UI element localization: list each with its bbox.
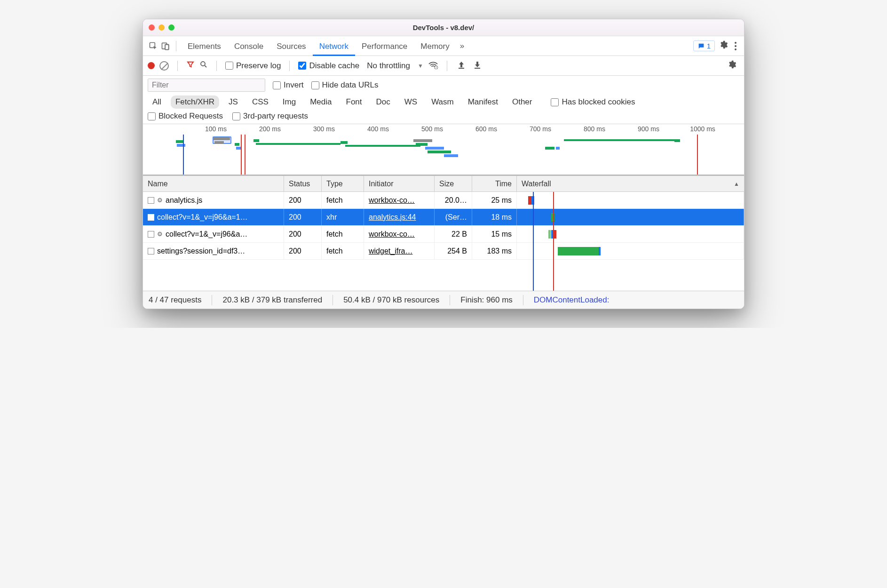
throttling-select[interactable]: No throttling: [364, 61, 413, 71]
third-party-checkbox[interactable]: 3rd-party requests: [232, 111, 308, 121]
status-resources: 50.4 kB / 970 kB resources: [343, 295, 439, 305]
cell-initiator[interactable]: workbox-co…: [364, 192, 435, 208]
hide-data-urls-checkbox[interactable]: Hide data URLs: [311, 80, 379, 90]
overview-tick: 900 ms: [638, 125, 659, 133]
device-toggle-icon[interactable]: [160, 40, 171, 52]
tab-network[interactable]: Network: [313, 38, 355, 56]
download-har-icon[interactable]: [472, 61, 483, 71]
cell-size: 22 B: [435, 226, 472, 242]
table-row[interactable]: settings?session_id=df3…200fetchwidget_i…: [143, 243, 744, 260]
column-type[interactable]: Type: [322, 176, 364, 191]
has-blocked-cookies-checkbox[interactable]: Has blocked cookies: [551, 97, 635, 107]
cell-waterfall: [517, 226, 744, 242]
type-filter-chips: AllFetch/XHRJSCSSImgMediaFontDocWSWasmMa…: [148, 95, 739, 109]
settings-icon[interactable]: [716, 40, 731, 52]
sort-asc-icon: ▲: [734, 181, 739, 187]
chip-fetchxhr[interactable]: Fetch/XHR: [171, 95, 219, 109]
chip-img[interactable]: Img: [278, 95, 301, 109]
network-conditions-icon[interactable]: [428, 61, 438, 71]
overview-tick: 600 ms: [475, 125, 497, 133]
tab-performance[interactable]: Performance: [355, 38, 414, 54]
main-tabs: ElementsConsoleSourcesNetworkPerformance…: [143, 36, 744, 56]
gear-icon: ⚙: [157, 230, 163, 238]
devtools-window: DevTools - v8.dev/ ElementsConsoleSource…: [143, 19, 744, 309]
chip-css[interactable]: CSS: [247, 95, 273, 109]
upload-har-icon[interactable]: [456, 61, 467, 71]
disable-cache-checkbox[interactable]: Disable cache: [298, 61, 359, 71]
disable-cache-input[interactable]: [298, 62, 306, 70]
cell-time: 183 ms: [472, 243, 517, 259]
record-button[interactable]: [148, 62, 155, 69]
row-checkbox[interactable]: [148, 231, 154, 238]
table-row[interactable]: ⚙collect?v=1&_v=j96&a…200fetchworkbox-co…: [143, 226, 744, 243]
cell-time: 25 ms: [472, 192, 517, 208]
zoom-icon[interactable]: [168, 24, 174, 31]
tab-elements[interactable]: Elements: [181, 38, 228, 54]
chip-other[interactable]: Other: [507, 95, 537, 109]
column-waterfall[interactable]: Waterfall▲: [517, 176, 744, 191]
filter-icon[interactable]: [186, 60, 195, 71]
close-icon[interactable]: [149, 24, 155, 31]
tab-sources[interactable]: Sources: [270, 38, 312, 54]
traffic-lights: [149, 24, 174, 31]
more-icon[interactable]: [732, 40, 739, 52]
cell-size: 20.0…: [435, 192, 472, 208]
invert-checkbox[interactable]: Invert: [273, 80, 304, 90]
preserve-log-input[interactable]: [225, 62, 233, 70]
cell-time: 15 ms: [472, 226, 517, 242]
column-initiator[interactable]: Initiator: [364, 176, 435, 191]
gear-icon: ⚙: [157, 197, 163, 204]
svg-rect-7: [475, 68, 480, 69]
tabs-overflow[interactable]: »: [457, 38, 467, 55]
chip-doc[interactable]: Doc: [372, 95, 395, 109]
issues-count: 1: [707, 42, 711, 50]
row-checkbox[interactable]: [148, 214, 154, 221]
cell-waterfall: [517, 192, 744, 208]
blocked-requests-checkbox[interactable]: Blocked Requests: [148, 111, 223, 121]
chip-js[interactable]: JS: [224, 95, 243, 109]
overview-timeline[interactable]: 100 ms200 ms300 ms400 ms500 ms600 ms700 …: [143, 124, 744, 176]
column-size[interactable]: Size: [435, 176, 472, 191]
row-checkbox[interactable]: [148, 248, 154, 254]
cell-size: (Ser…: [435, 209, 472, 225]
request-name: settings?session_id=df3…: [157, 247, 245, 255]
chip-media[interactable]: Media: [305, 95, 336, 109]
chip-wasm[interactable]: Wasm: [427, 95, 459, 109]
overview-ticks: 100 ms200 ms300 ms400 ms500 ms600 ms700 …: [143, 124, 744, 135]
chip-manifest[interactable]: Manifest: [463, 95, 503, 109]
separator: [289, 61, 290, 71]
search-icon[interactable]: [199, 60, 208, 71]
table-row[interactable]: collect?v=1&_v=j96&a=1…200xhranalytics.j…: [143, 209, 744, 226]
issues-button[interactable]: 1: [693, 40, 715, 51]
minimize-icon[interactable]: [158, 24, 165, 31]
tab-console[interactable]: Console: [228, 38, 270, 54]
chip-ws[interactable]: WS: [400, 95, 422, 109]
filter-input[interactable]: [148, 79, 265, 92]
cell-type: fetch: [322, 226, 364, 242]
caret-down-icon[interactable]: ▼: [418, 63, 423, 69]
cell-waterfall: [517, 243, 744, 259]
cell-type: fetch: [322, 243, 364, 259]
chip-font[interactable]: Font: [341, 95, 367, 109]
svg-rect-2: [165, 44, 169, 49]
tab-memory[interactable]: Memory: [414, 38, 456, 54]
domcontentloaded-line: [183, 135, 184, 175]
column-status[interactable]: Status: [284, 176, 322, 191]
column-name[interactable]: Name: [143, 176, 284, 191]
tabs-container: ElementsConsoleSourcesNetworkPerformance…: [181, 38, 456, 54]
row-checkbox[interactable]: [148, 197, 154, 204]
overview-tick: 400 ms: [367, 125, 389, 133]
column-time[interactable]: Time: [472, 176, 517, 191]
network-settings-icon[interactable]: [724, 60, 739, 72]
cell-initiator[interactable]: analytics.js:44: [364, 209, 435, 225]
table-row[interactable]: ⚙analytics.js200fetchworkbox-co…20.0…25 …: [143, 192, 744, 209]
preserve-log-checkbox[interactable]: Preserve log: [225, 61, 281, 71]
chip-all[interactable]: All: [148, 95, 166, 109]
cell-initiator[interactable]: workbox-co…: [364, 226, 435, 242]
inspect-icon[interactable]: [148, 40, 159, 52]
svg-point-4: [201, 62, 205, 66]
status-domcontentloaded: DOMContentLoaded:: [534, 295, 610, 305]
cell-initiator[interactable]: widget_ifra…: [364, 243, 435, 259]
cell-status: 200: [284, 192, 322, 208]
clear-button[interactable]: [159, 61, 169, 71]
